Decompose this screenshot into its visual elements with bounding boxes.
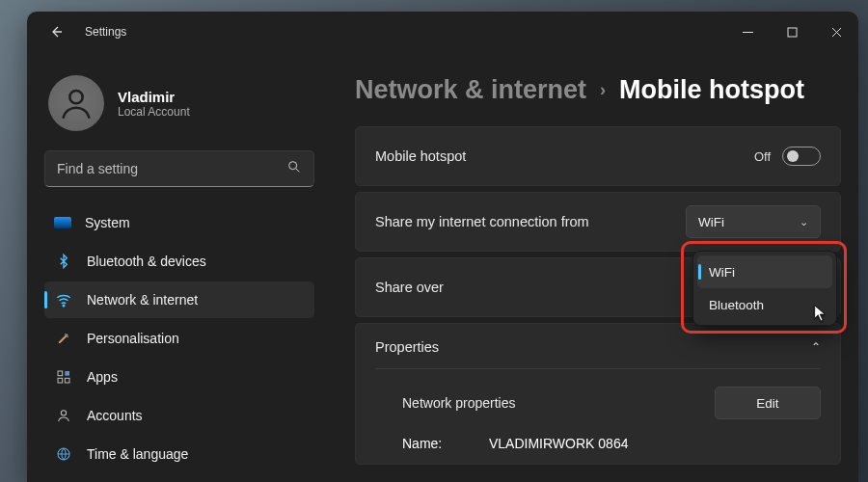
- sidebar-item-system[interactable]: System: [44, 204, 314, 241]
- bluetooth-icon: [54, 252, 73, 271]
- avatar: [48, 75, 104, 131]
- chevron-down-icon: ⌄: [800, 216, 808, 228]
- chevron-right-icon: ›: [600, 80, 606, 100]
- breadcrumb-current: Mobile hotspot: [619, 75, 804, 105]
- sidebar-item-apps[interactable]: Apps: [44, 359, 314, 395]
- profile-subtitle: Local Account: [118, 105, 190, 119]
- accounts-icon: [54, 406, 73, 425]
- svg-point-8: [61, 411, 66, 415]
- maximize-icon: [787, 27, 798, 38]
- maximize-button[interactable]: [770, 12, 814, 52]
- nav-label: Accounts: [87, 408, 143, 423]
- minimize-button[interactable]: [725, 12, 770, 52]
- svg-rect-0: [788, 28, 797, 37]
- sidebar-item-time[interactable]: Time & language: [44, 436, 314, 472]
- apps-icon: [54, 367, 73, 387]
- dropdown-option-bluetooth[interactable]: Bluetooth: [697, 288, 832, 321]
- wifi-icon: [54, 290, 73, 309]
- properties-card: Properties ⌃ Network properties Edit Nam…: [355, 323, 841, 465]
- window-controls: [725, 12, 858, 52]
- sidebar-item-network[interactable]: Network & internet: [44, 281, 314, 318]
- sidebar-item-accounts[interactable]: Accounts: [44, 397, 314, 434]
- nav-label: System: [85, 215, 130, 230]
- minimize-icon: [743, 27, 753, 38]
- svg-rect-4: [58, 371, 63, 376]
- name-value: VLADIMIRWORK 0864: [489, 436, 628, 451]
- profile-name: Vladimir: [118, 89, 190, 105]
- dropdown-option-wifi[interactable]: WiFi: [697, 255, 832, 288]
- svg-point-2: [289, 162, 297, 170]
- arrow-left-icon: [48, 24, 64, 40]
- breadcrumb: Network & internet › Mobile hotspot: [355, 75, 841, 105]
- nav-label: Time & language: [87, 446, 188, 462]
- svg-rect-5: [65, 371, 69, 376]
- share-from-select[interactable]: WiFi ⌄: [686, 205, 821, 238]
- svg-rect-6: [58, 378, 63, 383]
- sidebar-item-personalisation[interactable]: Personalisation: [44, 320, 314, 357]
- person-icon: [58, 85, 95, 121]
- brush-icon: [54, 329, 73, 348]
- settings-window: Settings Vla: [27, 12, 858, 482]
- share-from-card: Share my internet connection from WiFi ⌄: [355, 192, 841, 252]
- svg-point-3: [63, 305, 65, 307]
- main-pane: Network & internet › Mobile hotspot Mobi…: [326, 52, 858, 482]
- share-over-dropdown: WiFi Bluetooth: [692, 251, 837, 326]
- nav-label: Network & internet: [87, 292, 198, 308]
- close-icon: [831, 27, 842, 38]
- properties-header: Properties: [375, 339, 439, 355]
- properties-expander[interactable]: Properties ⌃: [375, 339, 821, 368]
- breadcrumb-parent[interactable]: Network & internet: [355, 75, 586, 105]
- hotspot-toggle[interactable]: [782, 147, 821, 166]
- sidebar-item-bluetooth[interactable]: Bluetooth & devices: [44, 243, 314, 280]
- toggle-state-text: Off: [754, 149, 771, 164]
- profile-block[interactable]: Vladimir Local Account: [44, 67, 314, 150]
- svg-rect-7: [65, 378, 69, 383]
- close-button[interactable]: [814, 12, 858, 52]
- nav-list: System Bluetooth & devices Ne: [44, 204, 314, 472]
- hotspot-label: Mobile hotspot: [375, 148, 754, 164]
- globe-icon: [54, 444, 73, 464]
- nav-label: Personalisation: [87, 331, 179, 346]
- nav-label: Apps: [87, 369, 118, 385]
- back-button[interactable]: [44, 20, 68, 43]
- window-title: Settings: [85, 25, 126, 39]
- name-label: Name:: [402, 436, 489, 451]
- edit-button[interactable]: Edit: [715, 387, 821, 419]
- search-input[interactable]: Find a setting: [44, 150, 314, 187]
- svg-point-1: [69, 91, 82, 103]
- share-from-label: Share my internet connection from: [375, 214, 686, 229]
- display-icon: [54, 217, 71, 228]
- search-placeholder: Find a setting: [57, 161, 286, 176]
- title-bar: Settings: [27, 12, 858, 52]
- search-icon: [286, 159, 302, 178]
- network-properties-label: Network properties: [402, 395, 715, 411]
- share-over-label: Share over: [375, 280, 686, 295]
- chevron-up-icon: ⌃: [811, 340, 821, 354]
- hotspot-toggle-card[interactable]: Mobile hotspot Off: [355, 126, 841, 186]
- share-from-value: WiFi: [698, 215, 724, 229]
- nav-label: Bluetooth & devices: [87, 254, 206, 269]
- sidebar: Vladimir Local Account Find a setting Sy…: [27, 52, 326, 482]
